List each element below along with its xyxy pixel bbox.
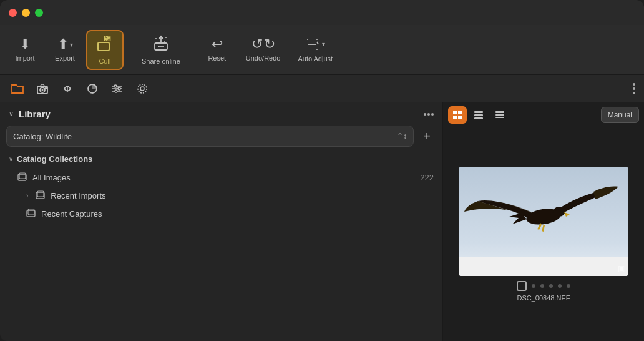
recent-captures-item[interactable]: Recent Captures — [9, 205, 434, 223]
svg-point-4 — [155, 38, 157, 39]
maximize-button[interactable] — [35, 9, 43, 17]
svg-rect-36 — [474, 111, 483, 113]
collections-collapse-icon[interactable]: ∨ — [9, 156, 13, 162]
film-image: ▣ — [459, 167, 628, 276]
toolbar-separator-2 — [193, 37, 193, 62]
svg-point-10 — [316, 39, 318, 40]
sub-toolbar — [0, 75, 644, 102]
recent-imports-icon — [36, 190, 46, 201]
auto-adjust-button[interactable]: ▾ Auto Adjust — [290, 33, 340, 66]
main-toolbar: ⬇ Import ⬆ ▾ Export Cull — [0, 25, 644, 75]
undo-redo-icon: ↺ ↻ — [251, 37, 275, 51]
close-button[interactable] — [9, 9, 17, 17]
right-toolbar: Manual — [443, 102, 644, 127]
manual-button[interactable]: Manual — [601, 107, 639, 123]
reset-icon: ↩ — [212, 37, 223, 51]
collections-title: Catalog Collections — [17, 154, 92, 164]
undo-icon: ↺ — [251, 37, 263, 51]
film-nav-dot-4[interactable] — [558, 284, 562, 288]
library-more-button[interactable] — [424, 113, 434, 116]
svg-rect-40 — [495, 114, 504, 116]
film-nav-dot-1[interactable] — [532, 284, 535, 288]
list-view-button[interactable] — [469, 106, 488, 124]
filmstrip: ▣ DSC_00848.NEF — [443, 127, 644, 341]
svg-point-9 — [307, 39, 308, 40]
lib-dot-3 — [431, 113, 434, 116]
library-title: Library — [19, 109, 419, 119]
auto-adjust-chevron-icon: ▾ — [322, 41, 325, 47]
svg-rect-38 — [474, 117, 483, 119]
catalog-name: Catalog: Wildlife — [13, 132, 72, 141]
more-dot-1 — [633, 83, 635, 86]
film-navigation-dots — [459, 281, 628, 291]
auto-adjust-label: Auto Adjust — [298, 55, 333, 62]
svg-point-23 — [115, 90, 117, 92]
import-label: Import — [15, 54, 34, 62]
cull-label: Cull — [99, 57, 111, 65]
more-dot-2 — [633, 87, 635, 90]
svg-rect-39 — [495, 111, 504, 113]
recent-imports-label: Recent Imports — [51, 191, 434, 200]
library-header: ∨ Library — [0, 102, 442, 123]
film-thumbnail[interactable]: ▣ DSC_00848.NEF — [459, 167, 628, 302]
export-label: Export — [55, 54, 75, 62]
svg-rect-0 — [98, 42, 109, 51]
import-button[interactable]: ⬇ Import — [6, 34, 44, 66]
export-chevron-icon: ▾ — [70, 41, 73, 48]
svg-point-11 — [316, 49, 318, 50]
folder-tool-button[interactable] — [6, 77, 29, 100]
effects-tool-button[interactable] — [131, 77, 154, 100]
svg-rect-34 — [453, 116, 457, 119]
traffic-lights — [9, 9, 43, 17]
svg-point-5 — [165, 37, 167, 38]
more-options-button[interactable] — [630, 81, 638, 97]
camera-tool-button[interactable] — [31, 77, 54, 100]
svg-point-24 — [138, 84, 147, 93]
import-icon: ⬇ — [19, 37, 31, 51]
auto-adjust-icon: ▾ — [306, 37, 325, 52]
minimize-button[interactable] — [22, 9, 30, 17]
catalog-select[interactable]: Catalog: Wildlife ⌃↕ — [6, 126, 414, 147]
film-filename: DSC_00848.NEF — [459, 294, 628, 302]
recent-imports-expand-icon[interactable]: › — [26, 192, 28, 199]
export-icon: ⬆ — [57, 37, 69, 51]
reset-button[interactable]: ↩ Reset — [198, 34, 236, 66]
export-button[interactable]: ⬆ ▾ Export — [46, 34, 84, 66]
share-online-button[interactable]: Share online — [134, 31, 188, 69]
film-select-checkbox[interactable] — [517, 281, 527, 291]
catalog-add-button[interactable]: + — [417, 127, 436, 146]
collections-section: ∨ Catalog Collections All Images 222 › — [0, 149, 442, 341]
toolbar-separator-1 — [129, 37, 129, 62]
all-images-label: All Images — [32, 173, 415, 182]
detail-view-button[interactable] — [490, 106, 509, 124]
library-collapse-icon[interactable]: ∨ — [9, 110, 14, 118]
svg-point-14 — [42, 89, 44, 91]
film-nav-dot-3[interactable] — [549, 284, 553, 288]
share-online-icon — [152, 34, 170, 54]
grid-view-button[interactable] — [448, 106, 467, 124]
share-online-label: Share online — [142, 57, 180, 65]
all-images-item[interactable]: All Images 222 — [9, 169, 434, 187]
undo-redo-label: Undo/Redo — [246, 54, 281, 62]
undo-redo-button[interactable]: ↺ ↻ Undo/Redo — [238, 34, 288, 66]
film-card-icon: ▣ — [618, 264, 625, 273]
svg-rect-33 — [458, 111, 462, 114]
svg-point-22 — [118, 87, 120, 90]
recent-imports-item[interactable]: › Recent Imports — [9, 187, 434, 205]
svg-rect-32 — [453, 111, 457, 114]
film-nav-dot-5[interactable] — [567, 284, 570, 288]
film-nav-dot-2[interactable] — [540, 284, 544, 288]
all-images-icon — [17, 172, 27, 183]
sidebar: ∨ Library Catalog: Wildlife ⌃↕ + ∨ Catal — [0, 102, 443, 341]
svg-point-6 — [164, 41, 165, 42]
svg-point-21 — [114, 85, 117, 87]
cull-button[interactable]: Cull — [86, 30, 124, 70]
sliders-tool-button[interactable] — [106, 77, 129, 100]
manual-label: Manual — [608, 111, 632, 119]
lib-dot-2 — [427, 113, 430, 116]
catalog-chevron-icon: ⌃↕ — [397, 132, 407, 141]
cull-icon — [96, 35, 114, 54]
color-tool-button[interactable] — [81, 77, 104, 100]
adjust-tool-button[interactable] — [56, 77, 79, 100]
titlebar — [0, 0, 644, 25]
